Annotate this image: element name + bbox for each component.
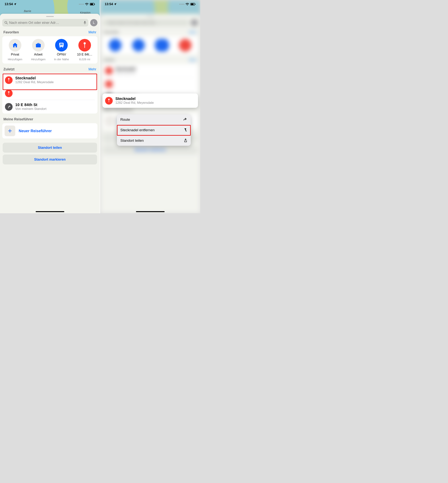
pin-icon bbox=[108, 98, 110, 103]
home-icon bbox=[12, 42, 18, 48]
sheet-grabber[interactable] bbox=[46, 16, 54, 17]
context-share-location[interactable]: Standort teilen bbox=[117, 135, 191, 146]
phone-right: Nach einem Ort oder einer Adr… L Favorit… bbox=[100, 0, 200, 213]
preview-card[interactable]: Stecknadel 1282 Deal Rd, Meyersdale bbox=[102, 93, 198, 108]
recent-title: 10 E 84th St bbox=[15, 103, 46, 107]
pin-icon bbox=[83, 42, 87, 48]
status-time: 13:54 bbox=[5, 2, 13, 6]
svg-rect-5 bbox=[84, 21, 85, 23]
svg-rect-10 bbox=[8, 79, 9, 82]
status-bar: 13:54 bbox=[100, 0, 200, 8]
cell-dots-icon bbox=[79, 4, 84, 5]
profile-avatar[interactable]: L bbox=[90, 19, 97, 26]
new-guide-label: Neuer Reiseführer bbox=[19, 129, 52, 133]
favorites-more-link[interactable]: Mehr bbox=[88, 30, 96, 34]
home-indicator[interactable] bbox=[36, 211, 64, 212]
cell-dots-icon bbox=[179, 4, 184, 5]
recent-list: Stecknadel 1282 Deal Rd, Meyersdale bbox=[2, 73, 97, 113]
svg-rect-14 bbox=[191, 3, 194, 5]
favorite-transit[interactable]: ÖPNV In der Nähe bbox=[50, 39, 73, 61]
share-icon bbox=[184, 138, 187, 143]
wifi-icon bbox=[185, 3, 189, 6]
context-share-label: Standort teilen bbox=[120, 138, 144, 143]
favorite-work[interactable]: Arbeit Hinzufügen bbox=[27, 39, 50, 61]
turn-arrow-icon bbox=[7, 105, 11, 109]
battery-icon bbox=[190, 3, 196, 6]
search-sheet: Nach einem Ort oder einer Adr… L Favorit… bbox=[0, 14, 100, 213]
battery-icon bbox=[90, 3, 95, 6]
context-route[interactable]: Route bbox=[117, 114, 191, 125]
remove-pin-icon bbox=[184, 128, 187, 132]
svg-rect-12 bbox=[8, 92, 9, 95]
svg-rect-1 bbox=[90, 3, 93, 5]
plus-icon bbox=[8, 129, 12, 133]
arrow-right-icon bbox=[183, 118, 187, 121]
search-icon bbox=[4, 21, 8, 24]
favorite-label: 10 E 84t… bbox=[77, 53, 92, 56]
mark-location-button[interactable]: Standort markieren bbox=[3, 154, 97, 164]
favorite-label: ÖPNV bbox=[57, 53, 66, 56]
wifi-icon bbox=[85, 3, 89, 6]
favorite-home[interactable]: Privat Hinzufügen bbox=[3, 39, 27, 61]
popup-sub: 1282 Deal Rd, Meyersdale bbox=[115, 101, 154, 105]
guides-heading: Meine Reiseführer bbox=[3, 117, 33, 121]
context-route-label: Route bbox=[120, 118, 130, 122]
svg-rect-17 bbox=[109, 100, 109, 102]
recent-row-pin-empty[interactable] bbox=[2, 87, 97, 100]
mic-icon[interactable] bbox=[83, 21, 86, 24]
recent-title: Stecknadel bbox=[15, 76, 54, 80]
popup-title: Stecknadel bbox=[115, 97, 154, 101]
recent-more-link[interactable]: Mehr bbox=[88, 67, 96, 71]
new-guide-button[interactable]: Neuer Reiseführer bbox=[2, 123, 97, 138]
context-remove-label: Stecknadel entfernen bbox=[120, 128, 155, 132]
location-icon bbox=[114, 3, 117, 6]
favorites-heading: Favoriten bbox=[3, 30, 19, 34]
share-location-button[interactable]: Standort teilen bbox=[3, 143, 97, 153]
recent-heading: Zuletzt bbox=[3, 67, 15, 71]
recent-sub: 1282 Deal Rd, Meyersdale bbox=[15, 80, 54, 84]
favorite-pin[interactable]: 10 E 84t… 8,026 mi bbox=[73, 39, 96, 61]
svg-point-7 bbox=[84, 42, 86, 44]
context-remove-pin[interactable]: Stecknadel entfernen bbox=[117, 125, 191, 135]
home-indicator[interactable] bbox=[136, 211, 165, 212]
favorite-sub: Hinzufügen bbox=[8, 58, 22, 61]
recent-row-pin[interactable]: Stecknadel 1282 Deal Rd, Meyersdale bbox=[2, 73, 97, 87]
favorite-sub: 8,026 mi bbox=[79, 58, 90, 61]
location-icon bbox=[14, 3, 16, 6]
favorite-sub: Hinzufügen bbox=[31, 58, 46, 61]
favorite-label: Privat bbox=[11, 53, 19, 56]
svg-line-4 bbox=[7, 23, 8, 24]
status-bar: 13:54 bbox=[0, 0, 100, 8]
context-menu: Route Stecknadel entfernen Standort teil… bbox=[117, 114, 191, 146]
search-input[interactable]: Nach einem Ort oder einer Adr… bbox=[2, 19, 88, 26]
map-city-barrie: .Barrie bbox=[23, 9, 31, 13]
briefcase-icon bbox=[35, 42, 42, 48]
favorites-card: Privat Hinzufügen Arbeit Hinzufügen ÖPNV… bbox=[2, 36, 97, 64]
pin-icon bbox=[8, 78, 10, 82]
pin-icon bbox=[8, 91, 10, 96]
svg-rect-8 bbox=[85, 44, 85, 48]
recent-row-directions[interactable]: 10 E 84th St Von meinem Standort bbox=[5, 100, 95, 113]
status-time: 13:54 bbox=[105, 2, 113, 6]
favorite-sub: In der Nähe bbox=[54, 58, 69, 61]
search-placeholder: Nach einem Ort oder einer Adr… bbox=[9, 21, 83, 25]
svg-rect-15 bbox=[195, 4, 195, 5]
svg-rect-2 bbox=[94, 4, 95, 5]
recent-sub: Von meinem Standort bbox=[15, 107, 46, 111]
train-icon bbox=[58, 42, 65, 48]
phone-left: .Barrie Kingston 13:54 Na bbox=[0, 0, 100, 213]
favorite-label: Arbeit bbox=[34, 53, 42, 56]
